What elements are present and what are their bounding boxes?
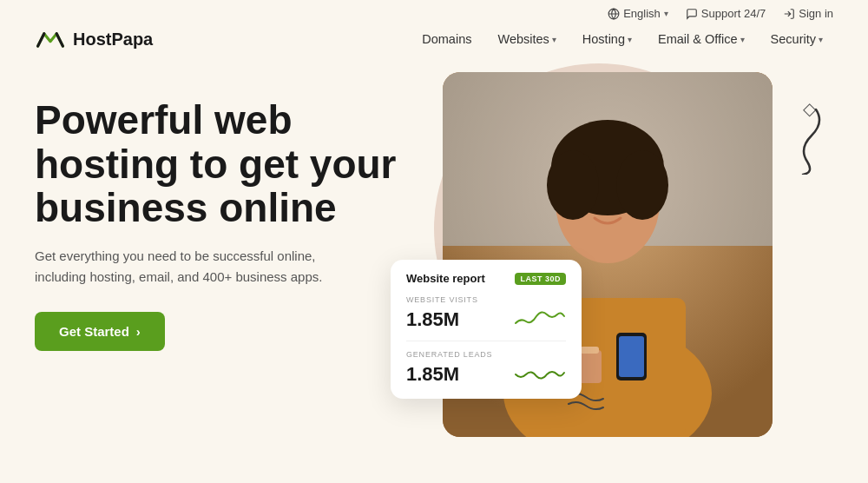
- nav-domains[interactable]: Domains: [411, 27, 482, 51]
- signin-label: Sign in: [799, 7, 833, 20]
- hero-subtitle: Get everything you need to be successful…: [35, 246, 347, 288]
- hero-left: Powerful web hosting to get your busines…: [35, 81, 408, 351]
- svg-point-7: [616, 150, 668, 220]
- language-label: English: [623, 7, 661, 20]
- language-selector[interactable]: English ▾: [608, 7, 668, 20]
- support-link[interactable]: Support 24/7: [686, 7, 766, 20]
- signin-icon: [783, 8, 795, 20]
- svg-rect-10: [619, 336, 644, 377]
- language-chevron: ▾: [664, 9, 668, 18]
- cta-label: Get Started: [59, 324, 129, 339]
- visits-value: 1.85M: [406, 308, 459, 331]
- sparkline-svg-1: [514, 308, 566, 332]
- report-header: Website report LAST 30D: [406, 272, 566, 285]
- support-label: Support 24/7: [701, 7, 766, 20]
- get-started-button[interactable]: Get Started ›: [35, 312, 165, 351]
- swirl-svg: [773, 105, 825, 175]
- svg-rect-12: [580, 347, 599, 354]
- logo-icon: [35, 27, 66, 51]
- sparkline-svg-2: [514, 362, 566, 387]
- leads-value: 1.85M: [406, 363, 459, 386]
- report-visits-row: WEBSITE VISITS 1.85M: [406, 295, 566, 341]
- cta-arrow: ›: [136, 324, 141, 339]
- hero-right: ◇ Website report LAST 30D WEBSITE VISITS: [408, 81, 833, 468]
- email-chevron: ▾: [740, 35, 745, 44]
- visits-label: WEBSITE VISITS: [406, 295, 566, 304]
- support-icon: [686, 8, 698, 20]
- svg-point-6: [547, 150, 599, 220]
- swirl-decoration: [773, 105, 825, 178]
- navbar: HostPapa Domains Websites ▾ Hosting ▾ Em…: [0, 27, 868, 63]
- report-badge: LAST 30D: [515, 273, 566, 285]
- leads-label: GENERATED LEADS: [406, 350, 566, 359]
- nav-links: Domains Websites ▾ Hosting ▾ Email & Off…: [411, 27, 833, 51]
- leads-inner: 1.85M: [406, 362, 566, 387]
- logo[interactable]: HostPapa: [35, 27, 153, 51]
- hero-section: Powerful web hosting to get your busines…: [0, 63, 868, 468]
- nav-security[interactable]: Security ▾: [760, 27, 833, 51]
- nav-hosting[interactable]: Hosting ▾: [572, 27, 642, 51]
- logo-text: HostPapa: [73, 30, 153, 50]
- visits-inner: 1.85M: [406, 308, 566, 332]
- nav-email-office[interactable]: Email & Office ▾: [648, 27, 755, 51]
- signin-link[interactable]: Sign in: [783, 7, 833, 20]
- security-chevron: ▾: [819, 35, 823, 44]
- globe-icon: [608, 8, 620, 20]
- hero-title: Powerful web hosting to get your busines…: [35, 98, 408, 230]
- nav-websites[interactable]: Websites ▾: [487, 27, 566, 51]
- websites-chevron: ▾: [552, 35, 556, 44]
- top-bar: English ▾ Support 24/7 Sign in: [0, 0, 868, 27]
- report-leads-row: GENERATED LEADS 1.85M: [406, 350, 566, 387]
- report-card: Website report LAST 30D WEBSITE VISITS 1…: [391, 260, 582, 399]
- visits-sparkline: [514, 308, 566, 332]
- report-title: Website report: [406, 272, 485, 285]
- hosting-chevron: ▾: [628, 35, 632, 44]
- leads-sparkline: [514, 362, 566, 387]
